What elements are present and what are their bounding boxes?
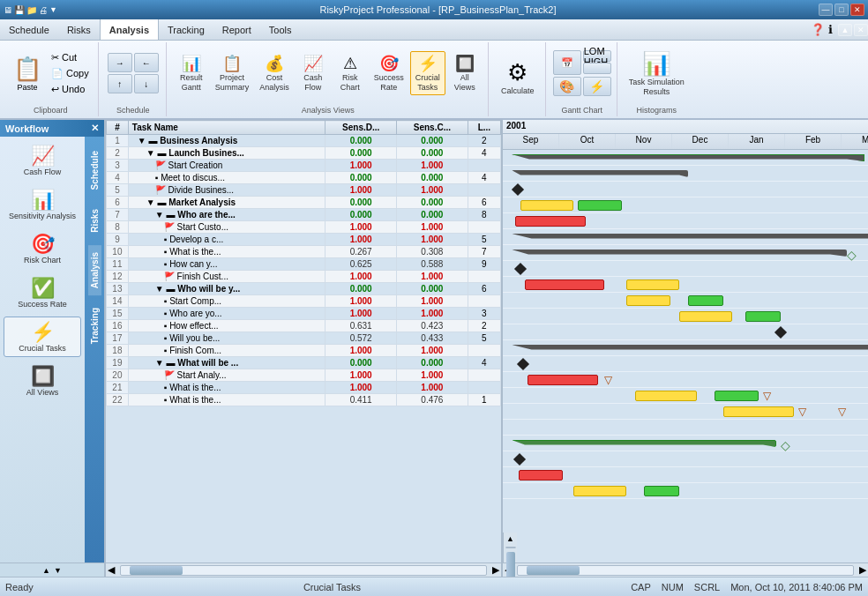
menu-tracking[interactable]: Tracking [159, 19, 213, 40]
table-row[interactable]: 13▼ ▬ Who will be y...0.0000.0006 [107, 283, 501, 295]
workflow-item-crucial[interactable]: ⚡ Crucial Tasks [4, 317, 81, 357]
gantt-scroll-thumb[interactable] [527, 566, 580, 575]
workflow-item-cashflow[interactable]: 📈 Cash Flow [4, 140, 81, 181]
table-row[interactable]: 12🚩 Finish Cust...1.0001.000 [107, 271, 501, 283]
row-num-14: 14 [107, 295, 129, 308]
success-rate-button[interactable]: 🎯 SuccessRate [370, 51, 408, 95]
menu-analysis[interactable]: Analysis [100, 19, 159, 40]
table-hscroll[interactable]: ◀ ▶ [106, 562, 501, 577]
workflow-item-success[interactable]: ✅ Success Rate [4, 272, 81, 313]
workflow-item-sensitivity[interactable]: 📊 Sensitivity Analysis [4, 184, 81, 225]
cash-flow-button[interactable]: 📈 CashFlow [296, 51, 331, 95]
table-row[interactable]: 5🚩 Divide Busines...1.0001.000 [107, 184, 501, 197]
table-row[interactable]: 3🚩 Start Creation1.0001.000 [107, 160, 501, 172]
scroll-thumb-left[interactable] [130, 566, 183, 575]
sidebar-tabs: Schedule Risks Analysis Tracking [85, 137, 104, 562]
all-views-button[interactable]: 🔲 AllViews [447, 51, 483, 95]
tab-tracking[interactable]: Tracking [88, 301, 101, 351]
table-row[interactable]: 7▼ ▬ Who are the...0.0000.0008 [107, 209, 501, 221]
h-scrollbar-left[interactable] [120, 565, 487, 576]
table-row[interactable]: 6▼ ▬ Market Analysis0.0000.0006 [107, 197, 501, 209]
ribbon-minimize[interactable]: ▲ [838, 24, 852, 36]
tab-analysis[interactable]: Analysis [88, 245, 101, 295]
v-scrollbar[interactable]: ▲ ▼ [503, 533, 517, 562]
gantt-scroll-right-icon[interactable]: ▶ [857, 562, 868, 577]
task-simulation-button[interactable]: 📊 Task SimulationResults [625, 48, 689, 100]
sensd-13: 0.000 [326, 283, 397, 295]
cost-analysis-button[interactable]: 💰 CostAnalysis [255, 51, 294, 95]
sensd-9: 1.000 [326, 234, 397, 246]
crucial-tasks-label: CrucialTasks [415, 73, 440, 93]
table-row[interactable]: 8🚩 Start Custo...1.0001.000 [107, 221, 501, 234]
result-gantt-button[interactable]: 📊 ResultGantt [174, 51, 209, 95]
table-row[interactable]: 11▪ How can y...0.6250.5889 [107, 258, 501, 271]
schedule-indent-btn[interactable]: → [108, 53, 132, 72]
table-row[interactable]: 15▪ Who are yo...1.0001.0003 [107, 308, 501, 320]
table-row[interactable]: 18▪ Finish Com...1.0001.000 [107, 345, 501, 357]
gantt-btn1[interactable]: 📅 [553, 50, 581, 75]
row-num-15: 15 [107, 308, 129, 320]
v-scroll-thumb[interactable] [506, 552, 515, 577]
gantt-settings-btn[interactable]: ⚡ [583, 77, 611, 96]
info-icon[interactable]: ℹ [828, 23, 833, 36]
menu-tools[interactable]: Tools [260, 19, 301, 40]
title-toolbar-icon3[interactable]: 🖨 [39, 5, 48, 15]
schedule-down-btn[interactable]: ↓ [134, 74, 159, 93]
close-button[interactable]: ✕ [850, 4, 864, 16]
menu-risks[interactable]: Risks [58, 19, 100, 40]
workflow-item-allviews[interactable]: 🔲 All Views [4, 361, 81, 401]
minimize-button[interactable]: — [819, 4, 833, 16]
table-scroll-area[interactable]: # Task Name Sens.D... Sens.C... L... 1▼ … [106, 120, 501, 562]
workflow-item-risk[interactable]: 🎯 Risk Chart [4, 228, 81, 269]
menu-report[interactable]: Report [213, 19, 260, 40]
cut-button[interactable]: ✂ Cut [48, 50, 93, 65]
gantt-sub-btn[interactable] [583, 63, 611, 74]
gantt-hscroll[interactable]: ◀ ▶ [503, 562, 868, 577]
table-row[interactable]: 21▪ What is the...1.0001.000 [107, 382, 501, 394]
scroll-down-icon[interactable]: ▼ [54, 566, 62, 575]
copy-button[interactable]: 📄 Copy [48, 66, 93, 81]
clipboard-label: Clipboard [34, 104, 68, 115]
table-row[interactable]: 16▪ How effect...0.6310.4232 [107, 320, 501, 332]
project-summary-button[interactable]: 📋 ProjectSummary [211, 51, 254, 95]
paste-button[interactable]: 📋 Paste [9, 53, 46, 94]
schedule-outdent-btn[interactable]: ← [134, 53, 159, 72]
table-row[interactable]: 2▼ ▬ Launch Busines...0.0000.0004 [107, 147, 501, 160]
schedule-up-btn[interactable]: ↑ [108, 74, 132, 93]
table-row[interactable]: 4▪ Meet to discus...0.0000.0004 [107, 172, 501, 184]
crucial-tasks-button[interactable]: ⚡ CrucialTasks [410, 51, 445, 95]
undo-button[interactable]: ↩ Undo [48, 82, 93, 97]
risk-chart-button[interactable]: ⚠ RiskChart [333, 51, 368, 95]
tab-risks[interactable]: Risks [88, 202, 101, 240]
v-scroll-track[interactable] [505, 547, 516, 548]
title-toolbar-icon2[interactable]: 📁 [26, 5, 37, 15]
workflow-close-icon[interactable]: ✕ [91, 123, 99, 134]
table-row[interactable]: 1▼ ▬ Business Analysis0.0000.0002 [107, 135, 501, 147]
gantt-h-scrollbar[interactable] [517, 565, 854, 576]
table-row[interactable]: 19▼ ▬ What will be ...0.0000.0004 [107, 357, 501, 369]
scroll-right-icon[interactable]: ▶ [490, 562, 501, 577]
title-bar-icons: 🖥 💾 📁 🖨 ▼ [4, 5, 57, 15]
maximize-button[interactable]: □ [834, 4, 849, 16]
ribbon-close[interactable]: ✕ [854, 24, 868, 36]
vscroll-up-icon[interactable]: ▲ [505, 533, 516, 545]
help-icon[interactable]: ❓ [811, 23, 825, 36]
menu-schedule[interactable]: Schedule [0, 19, 58, 40]
gantt-bar-22a [573, 486, 626, 496]
sensd-18: 1.000 [326, 345, 397, 357]
table-row[interactable]: 14▪ Start Comp...1.0001.000 [107, 295, 501, 308]
lom-high-btn[interactable]: LOM HIGH [583, 50, 611, 62]
tab-schedule[interactable]: Schedule [88, 144, 101, 197]
table-row[interactable]: 22▪ What is the...0.4110.4761 [107, 394, 501, 406]
calculate-button[interactable]: ⚙ Calculate [496, 56, 540, 99]
table-row[interactable]: 10▪ What is the...0.2670.3087 [107, 246, 501, 258]
table-row[interactable]: 9▪ Develop a c...1.0001.0005 [107, 234, 501, 246]
title-toolbar-icon1[interactable]: 💾 [14, 5, 25, 15]
table-row[interactable]: 20🚩 Start Analy...1.0001.000 [107, 369, 501, 382]
table-row[interactable]: 17▪ Will you be...0.5720.4335 [107, 332, 501, 345]
gantt-color-btn[interactable]: 🎨 [553, 77, 581, 96]
scroll-up-icon[interactable]: ▲ [42, 566, 50, 575]
status-cap: CAP [631, 582, 651, 592]
scroll-left-icon[interactable]: ◀ [106, 562, 116, 577]
title-dropdown[interactable]: ▼ [49, 5, 57, 14]
